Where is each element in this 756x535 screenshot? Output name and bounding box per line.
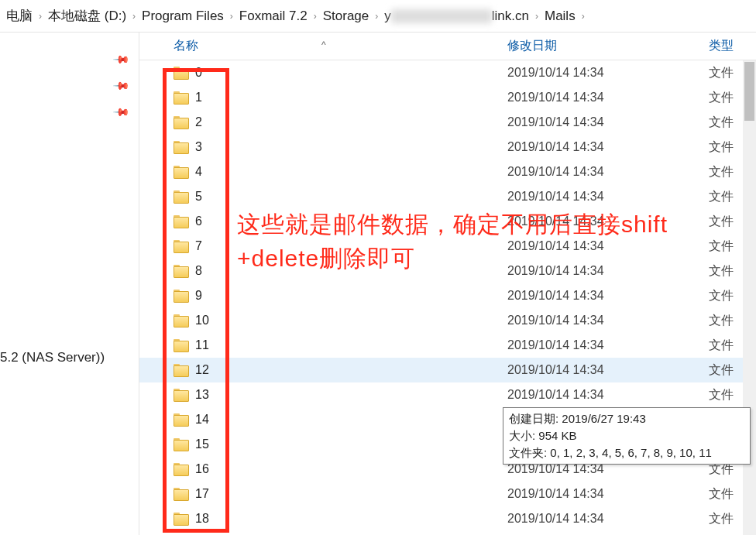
folder-name: 4 (195, 165, 202, 179)
folder-row[interactable]: 12019/10/14 14:34文件 (139, 85, 756, 110)
nas-server-label[interactable]: 5.2 (NAS Server)) (0, 350, 105, 365)
row-name-cell[interactable]: 2 (170, 115, 507, 129)
folder-row[interactable]: 62019/10/14 14:34文件 (139, 209, 756, 234)
folder-row[interactable]: 122019/10/14 14:34文件 (139, 358, 756, 382)
row-date-cell: 2019/10/14 14:34 (507, 66, 709, 80)
folder-icon (174, 190, 189, 203)
folder-icon (174, 116, 189, 129)
folder-row[interactable]: 92019/10/14 14:34文件 (139, 283, 756, 308)
row-date-cell: 2019/10/14 14:34 (507, 165, 709, 179)
folder-row[interactable]: 172019/10/14 14:34文件 (139, 482, 756, 506)
crumb-item-obfuscated[interactable]: ylink.cn (378, 9, 535, 24)
folder-icon (174, 290, 189, 302)
column-modified[interactable]: 修改日期 (507, 38, 709, 54)
folder-icon (174, 364, 189, 376)
tooltip-size: 大小: 954 KB (509, 427, 744, 444)
row-date-cell: 2019/10/14 14:34 (507, 264, 709, 278)
crumb-item[interactable]: Mails (538, 9, 582, 24)
row-date-cell: 2019/10/14 14:34 (507, 338, 709, 352)
row-name-cell[interactable]: 7 (170, 239, 507, 253)
crumb-item[interactable]: Program Files (136, 9, 230, 24)
crumb-item[interactable]: 电脑 (0, 7, 39, 25)
row-name-cell[interactable]: 1 (170, 91, 507, 105)
folder-row[interactable]: 102019/10/14 14:34文件 (139, 308, 756, 333)
folder-row[interactable]: 22019/10/14 14:34文件 (139, 110, 756, 135)
folder-icon (174, 314, 189, 327)
row-name-cell[interactable]: 5 (170, 190, 507, 204)
folder-row[interactable]: 132019/10/14 14:34文件 (139, 382, 756, 407)
folder-row[interactable]: 182019/10/14 14:34文件 (139, 506, 756, 531)
row-name-cell[interactable]: 10 (170, 314, 507, 328)
folder-row[interactable]: 112019/10/14 14:34文件 (139, 333, 756, 358)
folder-name: 0 (195, 66, 202, 80)
row-name-cell[interactable]: 13 (170, 388, 507, 402)
scroll-thumb[interactable] (744, 62, 754, 121)
column-name[interactable]: 名称 ^ (170, 38, 507, 54)
chevron-right-icon[interactable]: › (582, 11, 585, 22)
folder-icon (174, 438, 189, 451)
row-name-cell[interactable]: 0 (170, 66, 507, 80)
folder-name: 13 (195, 388, 209, 402)
folder-icon (174, 488, 189, 500)
folder-name: 14 (195, 413, 209, 427)
row-name-cell[interactable]: 11 (170, 338, 507, 352)
folder-icon (174, 513, 189, 525)
crumb-item[interactable]: Foxmail 7.2 (233, 9, 314, 24)
quick-access-sidebar: 📌 📌 📌 5.2 (NAS Server)) (0, 33, 139, 535)
pin-icon: 📌 (112, 102, 130, 120)
folder-name: 7 (195, 239, 202, 253)
folder-row[interactable]: 52019/10/14 14:34文件 (139, 184, 756, 209)
row-name-cell[interactable]: 6 (170, 214, 507, 228)
folder-name: 18 (195, 512, 209, 526)
row-date-cell: 2019/10/14 14:34 (507, 363, 709, 377)
row-date-cell: 2019/10/14 14:34 (507, 190, 709, 204)
row-date-cell: 2019/10/14 14:34 (507, 239, 709, 253)
row-name-cell[interactable]: 4 (170, 165, 507, 179)
folder-icon (174, 265, 189, 277)
crumb-item[interactable]: 本地磁盘 (D:) (42, 7, 132, 25)
folder-icon (174, 67, 189, 79)
folder-name: 6 (195, 214, 202, 228)
row-date-cell: 2019/10/14 14:34 (507, 487, 709, 501)
row-name-cell[interactable]: 12 (170, 363, 507, 377)
folder-icon (174, 91, 189, 104)
row-name-cell[interactable]: 14 (170, 413, 507, 427)
folder-row[interactable]: 82019/10/14 14:34文件 (139, 259, 756, 283)
row-date-cell: 2019/10/14 14:34 (507, 140, 709, 154)
column-type[interactable]: 类型 (709, 38, 756, 54)
folder-row[interactable]: 32019/10/14 14:34文件 (139, 135, 756, 159)
folder-name: 16 (195, 462, 209, 476)
folder-name: 5 (195, 190, 202, 204)
row-name-cell[interactable]: 9 (170, 289, 507, 303)
folder-icon (174, 339, 189, 352)
row-date-cell: 2019/10/14 14:34 (507, 289, 709, 303)
folder-row[interactable]: 42019/10/14 14:34文件 (139, 159, 756, 184)
row-name-cell[interactable]: 15 (170, 437, 507, 451)
folder-name: 15 (195, 437, 209, 451)
row-name-cell[interactable]: 8 (170, 264, 507, 278)
folder-icon (174, 166, 189, 178)
folder-name: 2 (195, 115, 202, 129)
folder-name: 11 (195, 338, 209, 352)
folder-name: 9 (195, 289, 202, 303)
row-date-cell: 2019/10/14 14:34 (507, 314, 709, 328)
row-name-cell[interactable]: 3 (170, 140, 507, 154)
sort-asc-icon: ^ (321, 39, 326, 50)
folder-icon (174, 215, 189, 228)
row-name-cell[interactable]: 16 (170, 462, 507, 476)
breadcrumb[interactable]: 电脑 › 本地磁盘 (D:) › Program Files › Foxmail… (0, 0, 756, 33)
folder-icon (174, 413, 189, 426)
folder-name: 1 (195, 91, 202, 105)
crumb-item[interactable]: Storage (317, 9, 376, 24)
column-headers: 名称 ^ 修改日期 类型 (139, 33, 756, 60)
folder-row[interactable]: 72019/10/14 14:34文件 (139, 234, 756, 259)
row-date-cell: 2019/10/14 14:34 (507, 512, 709, 526)
folder-tooltip: 创建日期: 2019/6/27 19:43 大小: 954 KB 文件夹: 0,… (503, 407, 751, 465)
row-date-cell: 2019/10/14 14:34 (507, 388, 709, 402)
row-date-cell: 2019/10/14 14:34 (507, 91, 709, 105)
folder-row[interactable]: 02019/10/14 14:34文件 (139, 60, 756, 85)
row-name-cell[interactable]: 18 (170, 512, 507, 526)
folder-name: 3 (195, 140, 202, 154)
row-name-cell[interactable]: 17 (170, 487, 507, 501)
folder-icon (174, 463, 189, 475)
